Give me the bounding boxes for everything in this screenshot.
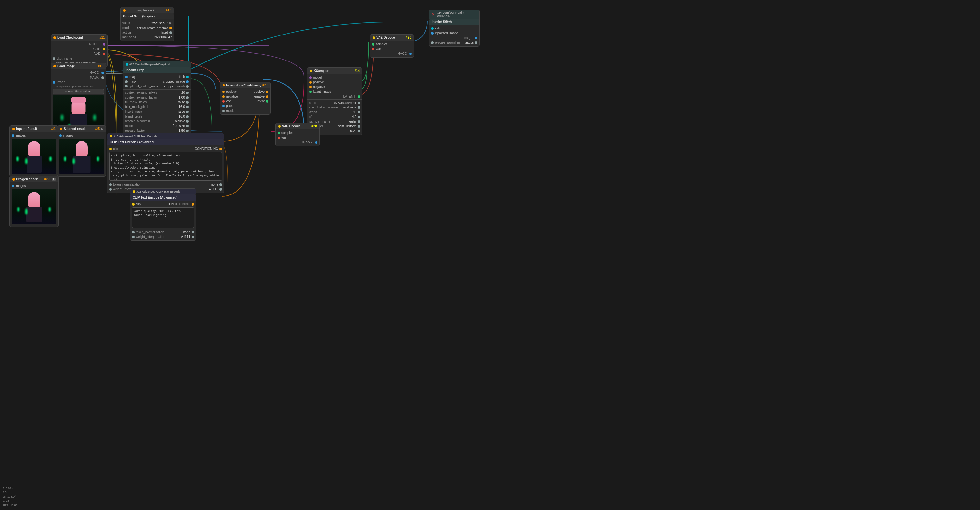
inpaint-model-cond-header: InpaintModelConditioning #27 [220,82,270,88]
load-image-id: #10 [98,64,103,68]
ks-latent-in: latent_image [307,89,362,94]
clip-pos-clip-in: clip [109,147,118,150]
choose-file-button[interactable]: choose file to upload [53,89,104,94]
ksampler-header: KSampler #14 [307,68,362,74]
action-port [169,31,172,34]
load-checkpoint-header: Load Checkpoint #11 [51,35,107,41]
inpaint-stitch-header: ✕ #24 ComfyUI-Inpaint-CropAnd... [429,10,479,19]
vd2-vae-in: vae [276,135,320,140]
mode-port [169,27,172,29]
clip-text-neg-node: #18 Advanced CLIP Text Encode CLIP Text … [130,188,196,241]
ks-positive-in: positive [307,80,362,84]
ic-expand-pixels: context_expand_pixels 20 [123,90,191,95]
ic-blur-pixels: blur_mask_pixels 16.0 [123,105,191,109]
image-output-port [101,72,104,74]
vae-decode-1-body: samples vae IMAGE [370,41,414,57]
clip-text-neg-body: clip CONDITIONING worst quality, QUALITY… [130,201,196,241]
global-seed-subtitle: Global Seed (Inspire) [121,13,174,19]
stitched-result-header: Stitched result #25 ▶ [57,126,106,132]
global-seed-action-row: action fixed [121,30,174,35]
vae-decode-1-node: VAE Decode #20 samples vae IMAGE [370,34,414,57]
clip-text-neg-subtitle: CLIP Text Encode (Advanced) [130,194,196,201]
ic-rescale-algo: rescale_algorithm bicubic [123,119,191,124]
load-image-dot [54,65,56,67]
inpaint-crop-body: image mask optional_context_mask stitch … [123,73,191,139]
vae-decode-2-node: VAE Decode #28 samples vae IMAGE [275,123,320,147]
clip-pos-cond-out: CONDITIONING [195,147,222,150]
stats-line2: 16, 19 (14) [3,495,18,499]
vd2-image-out: IMAGE [276,140,320,145]
inpaint-result-node: Inpaint Result #21 images [10,126,59,177]
ks-latent-out: LATENT [307,94,362,99]
load-checkpoint-node: Load Checkpoint #11 MODEL CLIP VAE ckpt_… [51,34,108,67]
model-output-port [103,43,105,46]
is-stitch-in: stitch [429,26,479,31]
image-input-row: image [51,80,106,84]
mask-output-port [101,76,104,79]
imc-negative-out: negative [245,94,270,99]
clip-text-pos-node: #16 Advanced CLIP Text Encode CLIP Text … [107,133,224,193]
ic-stitch-out: stitch [160,75,191,79]
imc-pixels-in: pixels [220,104,245,108]
ks-negative-in: negative [307,84,362,89]
stitched-result-node: Stitched result #25 ▶ images [57,126,106,177]
global-seed-node: Inspire Pack #15 Global Seed (Inspire) v… [120,7,174,41]
clip-neg-cond-out: CONDITIONING [167,202,194,206]
imc-latent-out: latent [245,99,270,104]
vae-decode-2-header: VAE Decode #28 [276,123,320,129]
global-seed-header: Inspire Pack #15 [121,7,174,13]
sr-images-in: images [57,133,106,138]
clip-text-pos-textarea[interactable]: masterpiece, best quality, clean outline… [109,152,222,180]
load-image-title: Load Image [57,64,97,68]
inpaint-crop-header: #23 ComfyUI-Inpaint-CropAnd... [123,61,191,67]
ckpt-input-port [53,57,56,60]
ic-cropped-mask-out: cropped_mask [160,84,191,89]
inpaint-result-preview [12,139,56,174]
ks-control: control_after_generate randomize [307,105,362,110]
stats-time: T: 0.00s [3,486,18,491]
load-image-header: Load Image #10 [51,63,106,69]
clip-text-pos-subtitle: CLIP Text Encode (Advanced) [107,139,224,145]
inpaint-crop-subtitle: Inpaint Crop [123,67,191,73]
global-seed-value-row: value 2688004847 ▶ [121,21,174,26]
clip-neg-clip-in: clip [132,202,140,206]
inpaint-model-cond-node: InpaintModelConditioning #27 positive ne… [220,82,270,115]
image-input-port [53,81,56,84]
inpaint-crop-dot [126,63,128,65]
clip-text-neg-textarea[interactable]: worst quality, QUALITY, fox, mouse, back… [132,207,194,228]
stitched-result-art [59,139,104,174]
model-output-row: MODEL [51,42,107,46]
imc-mask-in: mask [220,108,245,113]
clip-text-pos-header: #16 Advanced CLIP Text Encode [107,133,224,139]
vd1-vae-in: vae [370,46,414,51]
imc-positive-in: positive [220,89,245,94]
pre-gen-check-body: images [10,182,58,227]
pre-gen-check-preview [12,190,56,224]
inpaint-model-cond-body: positive negative vae pixels mask [220,88,270,114]
ks-steps: steps 40 [307,110,362,114]
ic-image-in: image [123,75,160,79]
vae-output-row: VAE [51,51,107,56]
ic-invert-mask: invert_mask false [123,109,191,114]
ic-fill-holes: fill_mask_holes false [123,100,191,105]
load-checkpoint-id: #11 [99,36,105,39]
global-seed-dot [123,9,126,12]
imc-vae-in: vae [220,99,245,104]
is-rescale-algo: rescale_algorithm lanczos [429,40,479,45]
inpaint-stitch-body: stitch inpainted_image image rescale_alg… [429,25,479,46]
pre-gen-check-art [12,190,56,224]
inpaint-result-body: images [10,132,58,177]
ic-context-in: optional_context_mask [123,84,160,88]
ks-cfg: cfg 4.0 [307,114,362,119]
load-checkpoint-title: Load Checkpoint [57,36,98,39]
vae-output-port [103,53,105,55]
global-seed-lastseed-row: last_seed 2688004847 [121,35,174,40]
ic-mask-in: mask [123,79,160,84]
ic-rescale-factor: rescale_factor 1.50 [123,128,191,133]
pgc-images-in: images [10,183,58,188]
ic-blend-pixels: blend_pixels 16.0 [123,114,191,119]
global-seed-body: value 2688004847 ▶ mode control_before_g… [121,19,174,41]
stitched-result-body: images [57,132,106,177]
vae-decode-2-body: samples vae IMAGE [276,129,320,146]
ic-expand-factor: context_expand_factor 1.00 [123,95,191,100]
